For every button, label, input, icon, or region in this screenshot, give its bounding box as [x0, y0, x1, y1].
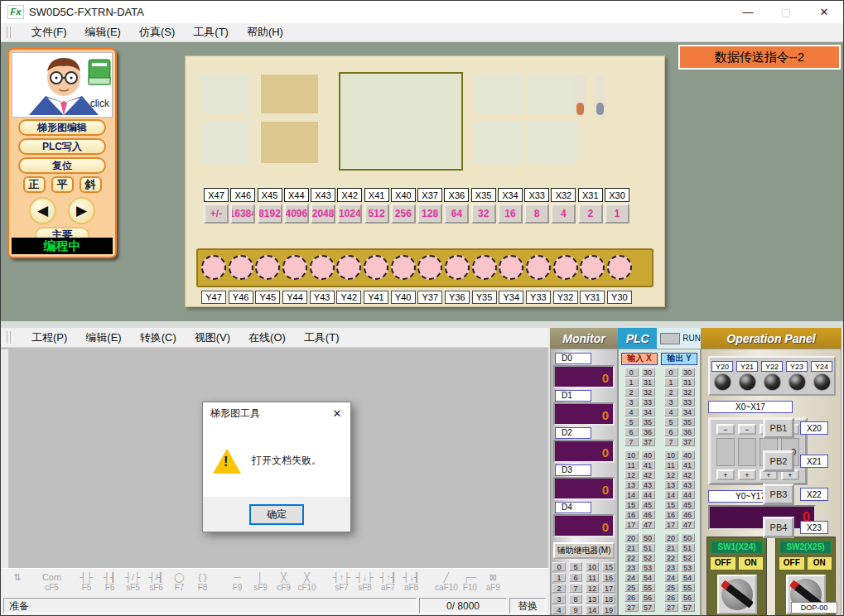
x-input-value-button[interactable]: 1 [605, 204, 629, 224]
plc-output-cell[interactable]: 24 [664, 573, 678, 582]
tool-sF6-icon[interactable]: ┤/┨sF6 [145, 572, 167, 592]
plc-output-cell[interactable]: 53 [681, 563, 695, 572]
plc-output-cell[interactable]: 15 [664, 500, 678, 509]
plc-output-cell[interactable]: 52 [681, 553, 695, 562]
tool-aF7-icon[interactable]: ┤↑┨aF7 [377, 572, 399, 592]
plc-output-cell[interactable]: 25 [664, 583, 678, 592]
plc-output-cell[interactable]: 31 [681, 378, 695, 387]
plc-input-cell[interactable]: 53 [641, 563, 655, 572]
plc-input-cell[interactable]: 7 [625, 437, 639, 446]
plc-output-cell[interactable]: 2 [664, 387, 678, 397]
tool-cF10-icon[interactable]: ╳cF10 [296, 572, 318, 592]
tutor-button[interactable]: PLC写入 [18, 138, 106, 155]
plc-output-cell[interactable]: 55 [681, 583, 695, 592]
m-relay-cell[interactable]: 15 [602, 562, 615, 571]
x-input-value-button[interactable]: 32 [471, 204, 496, 224]
plc-input-cell[interactable]: 13 [625, 480, 639, 489]
plc-input-cell[interactable]: 20 [625, 533, 639, 542]
plc-input-cell[interactable]: 36 [641, 427, 655, 436]
plc-output-cell[interactable]: 42 [681, 470, 695, 479]
rotary-switch[interactable] [717, 575, 757, 614]
tutor-button[interactable]: 复位 [18, 157, 106, 174]
x-input-value-button[interactable]: 16 [498, 204, 523, 224]
tool-sF5-icon[interactable]: ┤/├sF5 [122, 572, 144, 592]
plc-input-cell[interactable]: 15 [625, 500, 639, 509]
plc-output-cell[interactable]: 30 [681, 368, 695, 377]
plc-output-cell[interactable]: 50 [681, 533, 695, 542]
pushbutton-pb4[interactable]: PB4 [763, 517, 794, 538]
plc-output-cell[interactable]: 32 [681, 387, 695, 397]
plc-input-cell[interactable]: 14 [625, 490, 639, 499]
plc-input-cell[interactable]: 26 [625, 593, 639, 602]
plc-input-cell[interactable]: 30 [641, 368, 655, 377]
menu-item[interactable]: 转换(C) [131, 330, 186, 345]
tool-F5-icon[interactable]: ┤├F5 [75, 572, 98, 592]
m-relay-cell[interactable]: 3 [552, 594, 566, 604]
menu-item[interactable]: 帮助(H) [238, 25, 292, 40]
plc-output-cell[interactable]: 7 [664, 437, 678, 446]
plc-input-cell[interactable]: 5 [625, 417, 639, 426]
minimize-button[interactable]: — [729, 1, 767, 23]
plc-input-cell[interactable]: 32 [641, 387, 655, 397]
tool-caF10-icon[interactable]: ╱caF10 [435, 572, 458, 592]
x-input-value-button[interactable]: +/- [204, 204, 229, 224]
plc-input-cell[interactable]: 2 [625, 387, 639, 397]
plc-input-cell[interactable]: 42 [641, 470, 655, 479]
plc-output-cell[interactable]: 57 [681, 603, 695, 612]
x-input-value-button[interactable]: 64 [444, 204, 469, 224]
plc-output-cell[interactable]: 47 [681, 520, 695, 529]
tutor-small-button[interactable]: 平 [51, 176, 74, 193]
plc-output-cell[interactable]: 37 [681, 437, 695, 446]
plc-output-cell[interactable]: 56 [681, 593, 695, 602]
x-input-value-button[interactable]: 16384 [230, 204, 255, 224]
tool-sF9-icon[interactable]: │sF9 [249, 572, 272, 592]
plc-input-cell[interactable]: 40 [641, 450, 655, 460]
plc-input-cell[interactable]: 55 [641, 583, 655, 592]
plc-output-cell[interactable]: 1 [664, 378, 678, 387]
plc-input-cell[interactable]: 51 [641, 543, 655, 552]
tool-sF7-icon[interactable]: ┤↑├sF7 [330, 572, 353, 592]
m-relay-cell[interactable]: 18 [602, 594, 615, 604]
ok-button[interactable]: 确定 [249, 504, 304, 525]
tool-F9-icon[interactable]: ─F9 [226, 572, 248, 592]
tutor-small-button[interactable]: 斜 [80, 176, 102, 193]
plc-input-cell[interactable]: 54 [641, 573, 655, 582]
plc-input-cell[interactable]: 11 [625, 460, 639, 469]
x-input-value-button[interactable]: 1024 [337, 204, 362, 224]
m-relay-cell[interactable]: 13 [586, 594, 599, 604]
plc-output-cell[interactable]: 26 [664, 593, 678, 602]
plc-output-cell[interactable]: 35 [681, 417, 695, 426]
m-relay-cell[interactable]: 19 [602, 605, 615, 614]
plc-output-cell[interactable]: 17 [664, 520, 678, 529]
plc-output-cell[interactable]: 10 [664, 450, 678, 460]
plc-output-cell[interactable]: 46 [681, 510, 695, 519]
m-relay-cell[interactable]: 4 [552, 605, 566, 614]
plc-input-cell[interactable]: 56 [641, 593, 655, 602]
plc-output-cell[interactable]: 3 [664, 397, 678, 407]
plc-output-cell[interactable]: 6 [664, 427, 678, 436]
m-relay-cell[interactable]: 5 [569, 562, 582, 571]
plc-input-cell[interactable]: 41 [641, 460, 655, 469]
plc-output-cell[interactable]: 45 [681, 500, 695, 509]
x-input-value-button[interactable]: 4 [551, 204, 576, 224]
pushbutton-pb2[interactable]: PB2 [763, 450, 794, 472]
maximize-button[interactable]: ▢ [767, 1, 805, 23]
menu-item[interactable]: 工程(P) [22, 330, 76, 345]
menu-item[interactable]: 文件(F) [22, 25, 76, 40]
plc-input-cell[interactable]: 35 [641, 417, 655, 426]
plc-output-cell[interactable]: 34 [681, 407, 695, 416]
close-button[interactable]: ✕ [805, 1, 843, 23]
plc-input-cell[interactable]: 46 [641, 510, 655, 519]
menu-item[interactable]: 视图(V) [186, 330, 239, 345]
plc-output-cell[interactable]: 36 [681, 427, 695, 436]
menu-item[interactable]: 工具(T) [184, 25, 238, 40]
tool-F7-icon[interactable]: ◯F7 [168, 572, 191, 592]
tool-split-icon[interactable]: ⇅ [6, 572, 28, 592]
plc-output-cell[interactable]: 41 [681, 460, 695, 469]
plc-input-cell[interactable]: 47 [641, 520, 655, 529]
board-toggle-pill[interactable] [575, 75, 586, 118]
plc-output-cell[interactable]: 27 [664, 603, 678, 612]
plc-output-cell[interactable]: 20 [664, 533, 678, 542]
plc-input-cell[interactable]: 0 [625, 368, 639, 377]
plc-input-cell[interactable]: 44 [641, 490, 655, 499]
